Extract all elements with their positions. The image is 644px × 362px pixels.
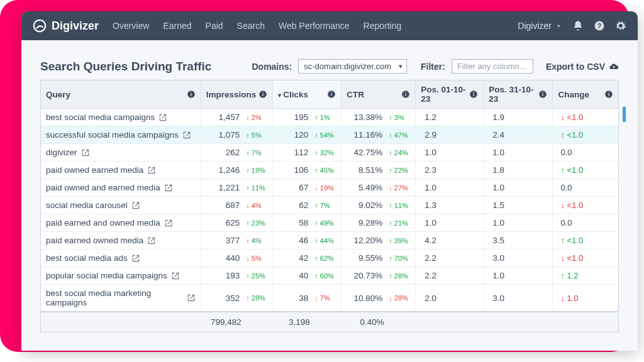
pos-end-value: 1.9	[484, 109, 553, 126]
info-icon[interactable]	[538, 90, 547, 99]
col-query[interactable]: Query	[41, 80, 201, 109]
total-clicks: 3,198	[273, 312, 341, 332]
impressions-delta: ↑ 28%	[246, 294, 267, 302]
account-menu[interactable]: Digivizer	[518, 21, 562, 31]
pos-start-value: 1.0	[416, 179, 484, 197]
external-link-icon[interactable]	[164, 219, 173, 228]
col-impressions[interactable]: Impressions	[201, 80, 273, 109]
query-text: digivizer	[46, 148, 77, 157]
impressions-delta: ↑ 19%	[246, 167, 267, 174]
info-icon[interactable]	[187, 90, 196, 99]
svg-rect-16	[474, 94, 474, 96]
clicks-value: 106	[278, 165, 308, 175]
info-icon[interactable]	[327, 90, 336, 99]
external-link-icon[interactable]	[164, 184, 173, 192]
gear-icon[interactable]	[615, 20, 626, 31]
table-row[interactable]: successful social media campaigns 1,075↑…	[41, 126, 618, 144]
impressions-value: 1,457	[209, 112, 240, 122]
external-link-icon[interactable]	[147, 166, 156, 175]
clicks-delta: ↑ 62%	[314, 255, 336, 262]
pos-start-value: 1.2	[416, 109, 484, 126]
nav-search[interactable]: Search	[237, 21, 265, 31]
external-link-icon[interactable]	[147, 236, 156, 245]
domain-select[interactable]: sc-domain:digivizer.com	[298, 59, 407, 74]
domains-label: Domains:	[252, 62, 292, 72]
impressions-delta: ↑ 23%	[246, 219, 267, 227]
clicks-value: 58	[278, 218, 308, 228]
nav-paid[interactable]: Paid	[206, 21, 223, 31]
col-clicks[interactable]: ▾Clicks	[273, 80, 341, 109]
help-icon[interactable]: ?	[594, 20, 605, 31]
clicks-value: 195	[278, 112, 308, 122]
svg-rect-11	[331, 92, 332, 93]
scrollbar-thumb[interactable]	[623, 107, 626, 122]
col-pos-start[interactable]: Pos. 01-10-23	[416, 80, 484, 109]
info-icon[interactable]	[604, 90, 613, 99]
external-link-icon[interactable]	[131, 254, 140, 263]
external-link-icon[interactable]	[171, 272, 180, 280]
bell-icon[interactable]	[572, 20, 584, 31]
pos-start-value: 2.2	[416, 267, 484, 285]
ctr-value: 11.16%	[352, 130, 382, 140]
table-row[interactable]: best social media campaigns 1,457↓ 2%195…	[41, 109, 618, 126]
change-value: ↑ <1.0	[553, 232, 618, 250]
export-csv-button[interactable]: Export to CSV	[546, 62, 619, 72]
svg-rect-22	[608, 94, 609, 96]
external-link-icon[interactable]	[158, 113, 167, 122]
table-row[interactable]: paid owned earned media 1,246↑ 19%106↑ 4…	[41, 162, 618, 179]
table-row[interactable]: digivizer 262↑ 7%112↑ 32%42.75%↑ 24%1.01…	[41, 144, 618, 162]
nav-overview[interactable]: Overview	[113, 21, 149, 31]
table-row[interactable]: paid earned and owned media 625↑ 23%58↑ …	[41, 214, 618, 232]
table-row[interactable]: best social media ads 440↓ 5%42↑ 62%9.55…	[41, 250, 618, 267]
external-link-icon[interactable]	[131, 201, 140, 210]
info-icon[interactable]	[401, 90, 410, 99]
table-row[interactable]: social media carousel 687↓ 4%62↑ 7%9.02%…	[41, 197, 618, 214]
external-link-icon[interactable]	[187, 293, 196, 302]
impressions-value: 1,246	[209, 165, 240, 175]
chevron-down-icon	[555, 23, 562, 30]
pos-start-value: 2.0	[416, 285, 484, 312]
info-icon[interactable]	[258, 90, 267, 99]
impressions-value: 1,075	[209, 130, 240, 140]
pos-start-value: 2.9	[416, 126, 484, 144]
col-pos-end[interactable]: Pos. 31-10-23	[484, 80, 553, 109]
impressions-delta: ↑ 25%	[246, 272, 267, 280]
table-row[interactable]: paid owned and earned media 1,221↑ 11%67…	[41, 179, 618, 197]
svg-rect-23	[608, 92, 609, 93]
col-change[interactable]: Change	[553, 80, 618, 109]
nav-earned[interactable]: Earned	[163, 21, 191, 31]
change-value: ↓ <1.0	[553, 109, 618, 126]
impressions-value: 1,221	[209, 183, 240, 192]
clicks-delta: ↑ 45%	[314, 167, 336, 174]
page-title: Search Queries Driving Traffic	[40, 60, 211, 74]
query-text: paid earned owned media	[46, 236, 143, 245]
clicks-value: 38	[278, 293, 308, 303]
ctr-value: 9.55%	[352, 253, 382, 263]
brand[interactable]: Digivizer	[33, 19, 99, 33]
table-row[interactable]: paid earned owned media 377↑ 4%46↑ 44%12…	[41, 232, 618, 250]
table-row[interactable]: best social media marketing campaigns 35…	[41, 285, 618, 312]
impressions-delta: ↓ 5%	[246, 255, 267, 262]
page-toolbar: Search Queries Driving Traffic Domains: …	[40, 59, 619, 74]
table-row[interactable]: popular social media campaigns 193↑ 25%4…	[41, 267, 618, 285]
change-value: ↓ 1.0	[553, 285, 618, 312]
impressions-value: 440	[209, 253, 240, 263]
info-icon[interactable]	[469, 90, 478, 99]
ctr-value: 5.49%	[352, 183, 382, 192]
cloud-upload-icon	[609, 62, 619, 72]
clicks-delta: ↑ 44%	[314, 237, 336, 244]
external-link-icon[interactable]	[182, 131, 191, 140]
filter-input[interactable]	[452, 59, 533, 74]
ctr-value: 8.51%	[352, 165, 382, 175]
brand-icon	[33, 19, 47, 33]
nav-reporting[interactable]: Reporting	[364, 21, 402, 31]
impressions-delta: ↓ 2%	[246, 114, 267, 121]
col-ctr[interactable]: CTR	[341, 80, 416, 109]
ctr-value: 9.02%	[352, 200, 382, 210]
pos-end-value: 3.5	[484, 232, 553, 250]
external-link-icon[interactable]	[81, 148, 90, 157]
nav-web-performance[interactable]: Web Performance	[279, 21, 350, 31]
ctr-delta: ↓ 28%	[389, 294, 410, 302]
clicks-delta: ↑ 7%	[314, 202, 336, 209]
query-text: paid earned and owned media	[46, 218, 160, 228]
